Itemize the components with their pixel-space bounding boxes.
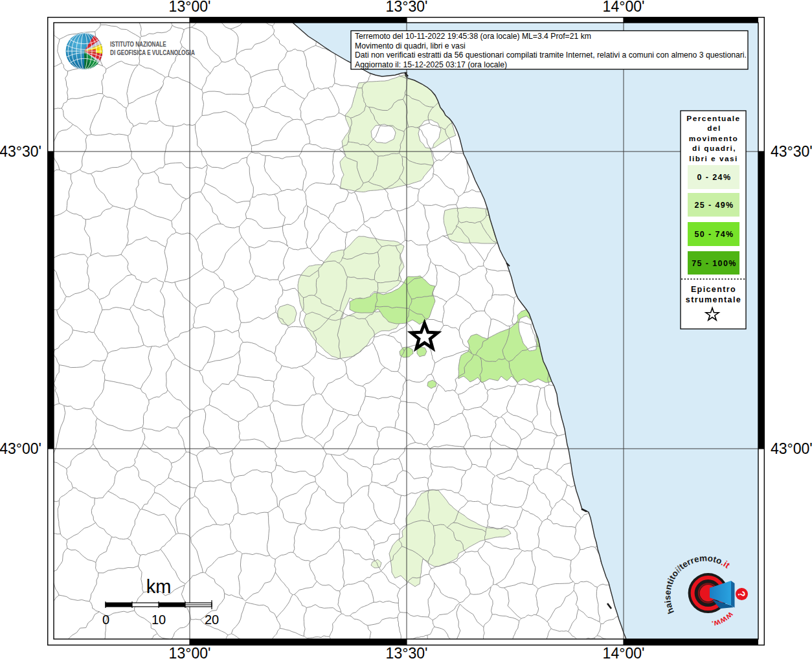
svg-text:13°00': 13°00' (169, 0, 211, 15)
svg-text:13°30': 13°30' (386, 645, 428, 662)
svg-text:13°00': 13°00' (169, 645, 211, 662)
svg-text:Aggiornato il: 15-12-2025 03:1: Aggiornato il: 15-12-2025 03:17 (ora loc… (355, 60, 507, 69)
svg-text:di quadri,: di quadri, (692, 144, 736, 153)
svg-text:strumentale: strumentale (686, 295, 741, 304)
svg-text:13°30': 13°30' (386, 0, 428, 15)
svg-text:14°00': 14°00' (603, 0, 645, 15)
svg-text:43°00': 43°00' (771, 440, 812, 457)
svg-text:DI GEOFISICA E VULCANOLOGIA: DI GEOFISICA E VULCANOLOGIA (110, 50, 195, 57)
svg-text:20: 20 (205, 612, 219, 627)
svg-text:libri e vasi: libri e vasi (689, 154, 738, 163)
svg-text:km: km (146, 576, 172, 597)
svg-text:Terremoto del 10-11-2022 19:45: Terremoto del 10-11-2022 19:45:38 (ora l… (355, 32, 591, 41)
svg-text:del: del (707, 124, 721, 133)
svg-text:Dati non verificati estratti d: Dati non verificati estratti da 56 quest… (355, 51, 747, 60)
svg-text:43°30': 43°30' (0, 143, 41, 160)
svg-text:Movimento di quadri, libri e v: Movimento di quadri, libri e vasi (355, 41, 466, 51)
svg-text:10: 10 (152, 612, 166, 627)
svg-text:50 - 74%: 50 - 74% (694, 230, 734, 239)
svg-text:ISTITUTO NAZIONALE: ISTITUTO NAZIONALE (110, 41, 166, 48)
svg-text:movimento: movimento (689, 134, 738, 143)
svg-text:14°00': 14°00' (603, 645, 645, 662)
svg-text:Percentuale: Percentuale (686, 114, 740, 123)
svg-text:0: 0 (102, 612, 109, 627)
svg-text:43°30': 43°30' (771, 143, 812, 160)
svg-text:0 - 24%: 0 - 24% (697, 173, 732, 182)
svg-text:75 - 100%: 75 - 100% (692, 259, 737, 268)
svg-text:25 - 49%: 25 - 49% (694, 201, 734, 210)
svg-text:43°00': 43°00' (0, 440, 41, 457)
svg-text:Epicentro: Epicentro (691, 285, 736, 294)
